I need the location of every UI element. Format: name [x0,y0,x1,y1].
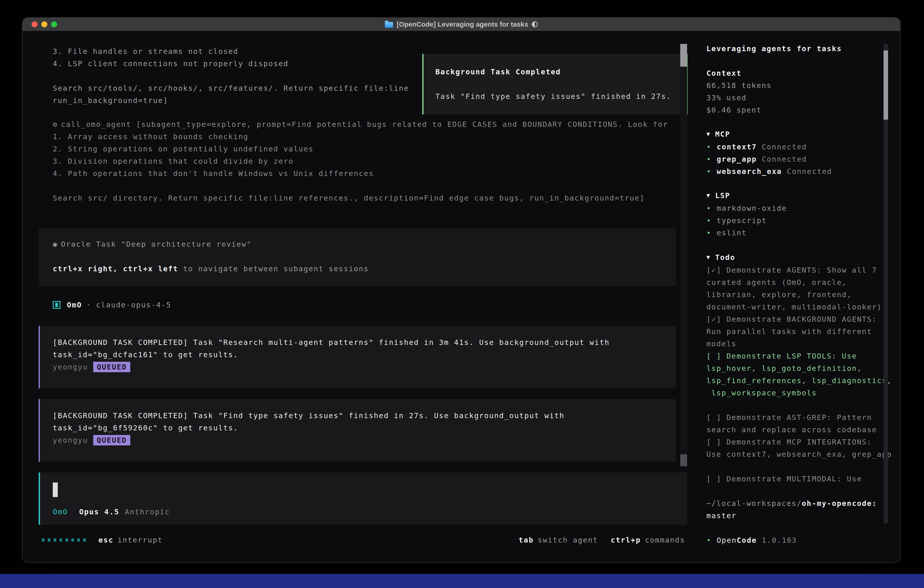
chevron-down-icon: ▼ [706,251,711,263]
context-spent: $0.46 spent [706,104,900,116]
status-dot-icon: • [706,165,717,178]
commands-key-label: commands [645,534,685,546]
text-line: 3. Division operations that could divide… [53,155,668,167]
todo-line: librarian, explore, frontend, [706,289,900,301]
chat-scrollbar-track [680,44,687,467]
assistant-text-block: 3. File handles or streams not closed 4.… [53,45,409,107]
status-dot-icon: • [706,227,717,239]
lsp-section-header[interactable]: ▼LSP [706,189,900,202]
background-task-toast[interactable]: Background Task Completed Task "Find typ… [422,54,688,114]
mcp-name: websearch_exa [717,165,782,178]
todo-line: Use context7, websearch_exa, grep_app [706,448,900,461]
window-titlebar[interactable]: [OpenCode] Leveraging agents for tasks [23,18,900,31]
status-badge: QUEUED [93,362,130,372]
status-bar: esc interrupt tab switch agent ctrl+p co… [42,534,685,546]
mcp-item: •grep_appConnected [706,153,900,165]
background-task-message: [BACKGROUND TASK COMPLETED] Task "Resear… [39,326,676,388]
agent-checkbox-icon [53,301,61,309]
text-line [53,70,409,82]
chat-scrollbar-thumb[interactable] [680,44,687,67]
spinner-dot [42,538,45,542]
status-dot-icon: • [706,153,717,165]
mcp-item: •websearch_exaConnected [706,165,900,178]
agent-name: OmO [67,299,82,311]
todo-section-header[interactable]: ▼Todo [706,251,900,264]
mcp-name: context7 [717,141,757,153]
oracle-heading: ◉Oracle Task "Deep architecture review" [53,238,676,250]
oracle-task-card[interactable]: ◉Oracle Task "Deep architecture review" … [39,228,676,286]
input-footer: OmO Opus 4.5 Anthropic [53,506,170,518]
folder-icon [385,22,393,28]
mcp-section-header[interactable]: ▼MCP [706,128,900,141]
todo-line: curated agents (OmO, oracle, [706,276,900,289]
commands-hint-group: ctrl+p commands [611,534,685,546]
sidebar: Leveraging agents for tasks Context 66,5… [688,31,900,562]
message-line: task_id="bg_6f59260c" to get results. [53,422,676,434]
workspace-path-prefix: ~/local-workspaces/ [706,499,802,508]
close-button[interactable] [31,21,38,27]
message-meta: yeongyu QUEUED [53,361,676,373]
app-version: 1.0.163 [762,534,797,547]
message-line: task_id="bg_dcfac161" to get results. [53,349,676,361]
oracle-hint: ctrl+x right, ctrl+x left to navigate be… [53,263,676,275]
lsp-name: typescript [717,215,767,227]
session-title: Leveraging agents for tasks [706,43,900,55]
text-cursor [53,482,58,497]
window-title-group: [OpenCode] Leveraging agents for tasks [385,18,538,30]
mcp-item: •context7Connected [706,141,900,153]
sidebar-scrollbar-track [884,44,888,524]
tool-call-intro: ⚙call_omo_agent [subagent_type=explore, … [53,118,668,130]
status-badge: QUEUED [93,435,130,446]
tab-key-hint: tab [519,534,534,546]
prompt-input[interactable]: OmO Opus 4.5 Anthropic [39,472,687,525]
tab-hint-group: tab switch agent [519,534,598,546]
gear-icon: ⚙ [53,120,58,129]
zoom-button[interactable] [51,21,57,27]
toast-title: Background Task Completed [436,66,686,78]
message-author: yeongyu [53,361,88,373]
todo-line: search and replace across codebase [706,424,900,436]
input-provider-label: Anthropic [125,506,170,518]
mcp-header-label: MCP [715,130,730,139]
todo-header-label: Todo [715,253,735,262]
spinner-dot [83,538,86,542]
window-title: [OpenCode] Leveraging agents for tasks [397,18,528,30]
sidebar-scrollbar-thumb[interactable] [884,51,888,120]
spinner-dot [54,538,56,542]
text-line: run_in_background=true] [53,94,409,107]
desktop: [OpenCode] Leveraging agents for tasks 3… [0,0,924,588]
input-agent-label: OmO [53,506,68,518]
spinner-dot [71,538,74,542]
chat-scrollbar-thumb-secondary[interactable] [680,454,687,466]
todo-line: document-writer, multimodal-looker) [706,301,900,313]
message-author: yeongyu [53,434,88,446]
lsp-item: •typescript [706,215,900,227]
todo-line: models [706,338,900,350]
oracle-heading-text: Oracle Task "Deep architecture review" [61,240,252,249]
spinner-dot [66,538,68,542]
todo-line: [✓] Demonstrate BACKGROUND AGENTS: [706,313,900,325]
minimize-button[interactable] [41,21,47,27]
status-dot-icon: • [706,202,717,215]
git-branch: master [706,510,900,522]
todo-line-active: lsp_workspace_symbols [706,387,900,399]
esc-key-hint: esc [99,534,114,546]
context-tokens: 66,518 tokens [706,79,900,92]
agent-model: claude-opus-4-5 [96,299,171,311]
traffic-lights [31,18,57,31]
tab-key-label: switch agent [538,534,598,546]
message-line: [BACKGROUND TASK COMPLETED] Task "Resear… [53,336,676,349]
message-meta: yeongyu QUEUED [53,434,676,446]
text-line: 2. String operations on potentially unde… [53,143,668,155]
text-line: Search src/ directory. Return specific f… [53,192,668,204]
working-spinner [42,538,86,542]
mcp-status: Connected [762,141,807,153]
chat-pane: 3. File handles or streams not closed 4.… [23,31,688,562]
spinner-dot [77,538,80,542]
mcp-status: Connected [787,165,832,178]
lsp-name: markdown-oxide [717,202,787,215]
hint-rest: to navigate between subagent sessions [178,264,369,273]
text-line: 4. Path operations that don't handle Win… [53,167,668,180]
tool-call-intro-text: call_omo_agent [subagent_type=explore, p… [61,120,668,129]
text-line: 3. File handles or streams not closed [53,45,409,58]
